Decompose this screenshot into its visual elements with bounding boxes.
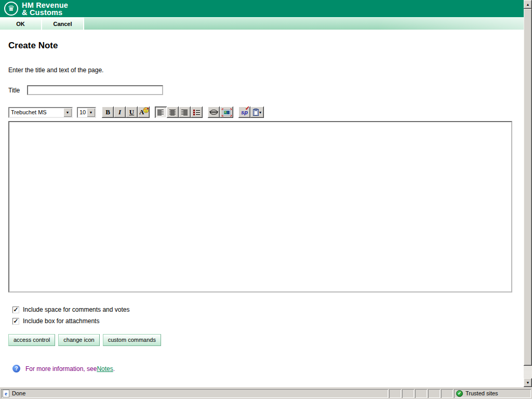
editor-toolbar: Trebuchet MS ▼ 10 ▼ B I bbox=[8, 106, 524, 118]
palette-icon bbox=[142, 107, 149, 114]
italic-button[interactable]: I bbox=[114, 107, 126, 118]
comments-votes-checkbox[interactable]: ✓ bbox=[12, 307, 19, 313]
clipboard-icon bbox=[253, 109, 259, 116]
check-icon: ✓ bbox=[245, 105, 250, 112]
title-input[interactable] bbox=[27, 85, 163, 95]
align-left-button[interactable] bbox=[155, 107, 167, 118]
command-bar: OK Cancel bbox=[0, 17, 524, 30]
status-panel bbox=[415, 389, 427, 398]
font-style-group: B I U A bbox=[102, 107, 150, 118]
help-icon: ? bbox=[12, 365, 20, 373]
status-panel bbox=[428, 389, 440, 398]
cancel-button[interactable]: Cancel bbox=[42, 18, 83, 30]
align-left-icon bbox=[157, 109, 165, 116]
info-suffix: . bbox=[113, 365, 115, 373]
chevron-down-icon: ▼ bbox=[66, 111, 70, 114]
paragraph-group bbox=[155, 107, 203, 118]
scrollbar-thumb[interactable] bbox=[524, 9, 532, 366]
access-control-button[interactable]: access control bbox=[8, 334, 55, 346]
change-icon-button[interactable]: change icon bbox=[58, 334, 99, 346]
align-right-button[interactable] bbox=[179, 107, 191, 118]
image-icon bbox=[222, 109, 232, 116]
status-bar: e Done ✓ Trusted sites bbox=[0, 387, 532, 399]
link-icon bbox=[209, 109, 218, 115]
font-family-select[interactable]: Trebuchet MS ▼ bbox=[8, 107, 73, 118]
paste-button[interactable]: ▾ bbox=[250, 107, 264, 118]
ok-button[interactable]: OK bbox=[0, 18, 41, 30]
vertical-scrollbar[interactable]: ▲ ▼ bbox=[524, 0, 532, 387]
insert-group bbox=[208, 107, 233, 118]
insert-link-button[interactable] bbox=[208, 107, 220, 118]
tools-group: sp ✓ ▾ bbox=[238, 107, 264, 118]
status-message-panel: e Done bbox=[1, 389, 388, 398]
chevron-down-icon: ▼ bbox=[89, 111, 93, 114]
status-panel bbox=[441, 389, 453, 398]
content-area: Create Note Enter the title and text of … bbox=[0, 30, 524, 387]
command-bar-fill bbox=[84, 18, 524, 30]
check-icon: ✓ bbox=[13, 318, 18, 324]
attachments-checkbox[interactable]: ✓ bbox=[12, 318, 19, 325]
hmrc-logo: ♛ bbox=[4, 2, 18, 16]
info-text: For more information, see bbox=[25, 365, 97, 373]
browser-window: ♛ HM Revenue & Customs OK Cancel Create … bbox=[0, 0, 532, 399]
font-family-dropdown-button[interactable]: ▼ bbox=[63, 108, 72, 117]
brand-line2: & Customs bbox=[22, 9, 68, 16]
instruction-text: Enter the title and text of the page. bbox=[8, 66, 524, 74]
status-panel bbox=[389, 389, 401, 398]
chevron-down-icon: ▾ bbox=[259, 110, 261, 115]
notes-link[interactable]: Notes bbox=[97, 365, 113, 373]
underline-icon: U bbox=[129, 108, 134, 116]
italic-icon: I bbox=[118, 108, 121, 116]
option-attachments: ✓ Include box for attachments bbox=[12, 317, 524, 325]
page-title: Create Note bbox=[8, 41, 524, 51]
font-family-value: Trebuchet MS bbox=[9, 108, 63, 117]
font-color-button[interactable]: A bbox=[138, 107, 150, 118]
attachments-label: Include box for attachments bbox=[23, 317, 99, 325]
ie-page-icon: e bbox=[3, 390, 9, 397]
custom-commands-button[interactable]: custom commands bbox=[103, 334, 161, 346]
info-row: ? For more information, see Notes. bbox=[12, 365, 524, 373]
align-center-button[interactable] bbox=[167, 107, 179, 118]
font-size-select[interactable]: 10 ▼ bbox=[77, 107, 96, 118]
status-text: Done bbox=[12, 390, 25, 396]
brand-line1: HM Revenue bbox=[22, 2, 68, 9]
font-size-value: 10 bbox=[78, 108, 87, 117]
scroll-up-button[interactable]: ▲ bbox=[524, 0, 532, 9]
insert-image-button[interactable] bbox=[220, 107, 233, 118]
note-body-editor[interactable] bbox=[8, 121, 512, 292]
title-field-row: Title bbox=[8, 85, 524, 95]
comments-votes-label: Include space for comments and votes bbox=[23, 306, 129, 313]
check-icon: ✓ bbox=[13, 307, 18, 312]
bullet-list-button[interactable] bbox=[191, 107, 203, 118]
security-zone-panel: ✓ Trusted sites bbox=[454, 389, 531, 398]
page-body: ♛ HM Revenue & Customs OK Cancel Create … bbox=[0, 0, 524, 387]
security-zone-text: Trusted sites bbox=[466, 390, 498, 396]
title-label: Title bbox=[8, 87, 20, 94]
underline-button[interactable]: U bbox=[126, 107, 138, 118]
trusted-sites-icon: ✓ bbox=[456, 390, 463, 397]
status-panel bbox=[402, 389, 414, 398]
option-comments-votes: ✓ Include space for comments and votes bbox=[12, 306, 524, 313]
bold-button[interactable]: B bbox=[102, 107, 114, 118]
secondary-actions: access control change icon custom comman… bbox=[8, 334, 524, 346]
bold-icon: B bbox=[105, 108, 110, 116]
spellcheck-button[interactable]: sp ✓ bbox=[238, 107, 250, 118]
scroll-down-button[interactable]: ▼ bbox=[524, 378, 532, 387]
crown-icon: ♛ bbox=[8, 4, 15, 12]
bullet-list-icon bbox=[193, 109, 201, 116]
masthead: ♛ HM Revenue & Customs bbox=[0, 0, 524, 17]
align-center-icon bbox=[169, 109, 177, 116]
align-right-icon bbox=[181, 109, 189, 116]
brand-text: HM Revenue & Customs bbox=[22, 2, 68, 16]
font-size-dropdown-button[interactable]: ▼ bbox=[87, 108, 95, 117]
